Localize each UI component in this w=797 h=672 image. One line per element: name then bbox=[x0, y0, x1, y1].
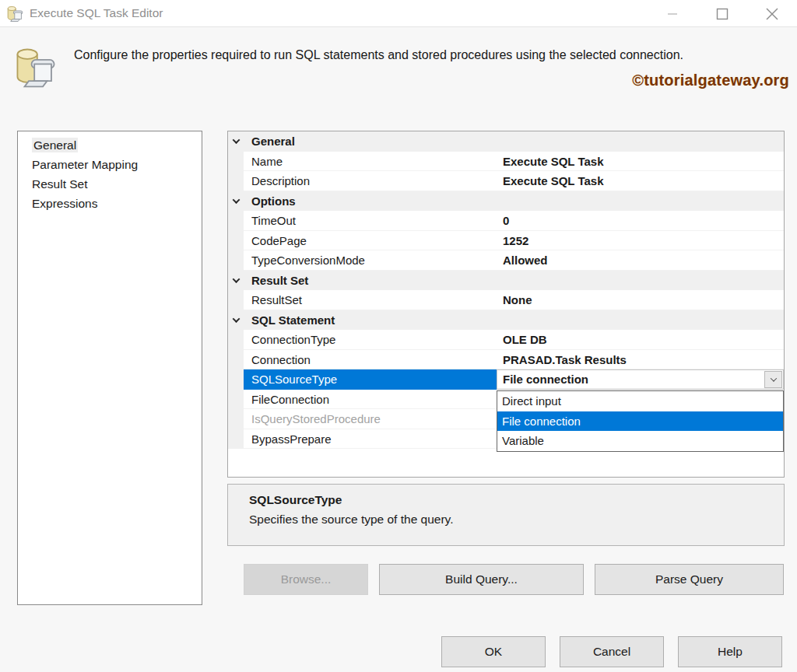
property-row-codepage[interactable]: CodePage 1252 bbox=[228, 231, 784, 251]
property-row-timeout[interactable]: TimeOut 0 bbox=[228, 211, 784, 231]
help-button[interactable]: Help bbox=[678, 636, 782, 667]
property-label[interactable]: ConnectionType bbox=[244, 330, 497, 350]
category-row-options[interactable]: Options bbox=[228, 191, 784, 212]
property-help-panel: SQLSourceType Specifies the source type … bbox=[227, 484, 785, 546]
sql-task-scroll-icon bbox=[6, 5, 24, 23]
property-row-resultset[interactable]: ResultSet None bbox=[228, 290, 784, 310]
close-icon bbox=[766, 8, 778, 20]
close-button[interactable] bbox=[747, 0, 797, 27]
dropdown-option-variable[interactable]: Variable bbox=[497, 431, 783, 451]
property-row-connection[interactable]: Connection PRASAD.Task Results bbox=[228, 350, 784, 370]
dialog-description: Configure the properties required to run… bbox=[74, 48, 767, 62]
property-label[interactable]: Connection bbox=[244, 350, 497, 370]
property-label[interactable]: TimeOut bbox=[244, 211, 497, 231]
property-value[interactable]: PRASAD.Task Results bbox=[497, 350, 784, 370]
dropdown-option-file-connection[interactable]: File connection bbox=[497, 411, 783, 432]
property-row-description[interactable]: Description Execute SQL Task bbox=[228, 171, 784, 191]
window-controls bbox=[648, 0, 797, 27]
property-label[interactable]: FileConnection bbox=[244, 390, 497, 410]
browse-button: Browse... bbox=[244, 564, 368, 595]
window-title: Execute SQL Task Editor bbox=[30, 6, 163, 20]
property-label[interactable]: BypassPrepare bbox=[244, 429, 497, 450]
ok-button[interactable]: OK bbox=[441, 636, 546, 667]
property-value[interactable]: 1252 bbox=[497, 231, 784, 251]
minimize-button[interactable] bbox=[648, 0, 697, 27]
property-row-name[interactable]: Name Execute SQL Task bbox=[228, 152, 784, 172]
chevron-down-icon bbox=[770, 375, 776, 381]
nav-item-parameter-mapping[interactable]: Parameter Mapping bbox=[18, 155, 202, 174]
property-label[interactable]: Description bbox=[244, 171, 497, 191]
sqlsourcetype-dropdown-list: Direct input File connection Variable bbox=[497, 390, 784, 452]
property-grid: General Name Execute SQL Task Descriptio… bbox=[227, 131, 785, 478]
collapse-chevron-icon bbox=[232, 275, 240, 283]
property-value[interactable]: Execute SQL Task bbox=[497, 171, 784, 191]
category-row-sql-statement[interactable]: SQL Statement bbox=[228, 310, 784, 331]
property-value[interactable]: Execute SQL Task bbox=[497, 152, 784, 172]
category-row-result-set[interactable]: Result Set bbox=[228, 271, 784, 291]
collapse-chevron-icon bbox=[232, 136, 240, 144]
maximize-button[interactable] bbox=[697, 0, 747, 27]
sqlsourcetype-combobox[interactable]: File connection bbox=[497, 369, 784, 390]
property-label-selected[interactable]: SQLSourceType bbox=[244, 369, 497, 390]
property-row-typeconversionmode[interactable]: TypeConversionMode Allowed bbox=[228, 250, 784, 271]
nav-item-general[interactable]: General bbox=[18, 135, 202, 155]
nav-item-result-set[interactable]: Result Set bbox=[18, 174, 202, 194]
collapse-chevron-icon bbox=[232, 196, 240, 204]
parse-query-button[interactable]: Parse Query bbox=[595, 564, 784, 595]
property-row-sqlsourcetype[interactable]: SQLSourceType File connection bbox=[228, 369, 784, 390]
property-label[interactable]: CodePage bbox=[244, 231, 497, 251]
maximize-icon bbox=[716, 8, 729, 20]
collapse-chevron-icon bbox=[232, 315, 240, 323]
combobox-dropdown-button[interactable] bbox=[764, 371, 782, 388]
help-property-description: Specifies the source type of the query. bbox=[249, 513, 784, 527]
build-query-button[interactable]: Build Query... bbox=[379, 564, 584, 595]
property-value[interactable]: Allowed bbox=[497, 250, 784, 271]
category-row-general[interactable]: General bbox=[228, 131, 784, 152]
property-row-connectiontype[interactable]: ConnectionType OLE DB bbox=[228, 330, 784, 350]
cancel-button[interactable]: Cancel bbox=[560, 636, 664, 667]
minimize-icon bbox=[667, 9, 678, 19]
watermark-text: ©tutorialgateway.org bbox=[632, 72, 789, 89]
title-bar: Execute SQL Task Editor bbox=[0, 0, 797, 27]
property-label[interactable]: TypeConversionMode bbox=[244, 250, 497, 271]
help-property-name: SQLSourceType bbox=[249, 493, 784, 507]
property-label-disabled: IsQueryStoredProcedure bbox=[244, 409, 497, 429]
property-value[interactable]: 0 bbox=[497, 211, 784, 231]
property-value[interactable]: OLE DB bbox=[497, 330, 784, 350]
dropdown-option-direct-input[interactable]: Direct input bbox=[497, 391, 783, 411]
property-value[interactable]: None bbox=[497, 290, 784, 310]
property-label[interactable]: ResultSet bbox=[244, 290, 497, 310]
pages-list: General Parameter Mapping Result Set Exp… bbox=[17, 131, 202, 605]
sql-task-scroll-icon-large bbox=[13, 44, 58, 90]
property-label[interactable]: Name bbox=[244, 152, 497, 172]
nav-item-expressions[interactable]: Expressions bbox=[18, 194, 202, 213]
combobox-value: File connection bbox=[503, 369, 588, 390]
